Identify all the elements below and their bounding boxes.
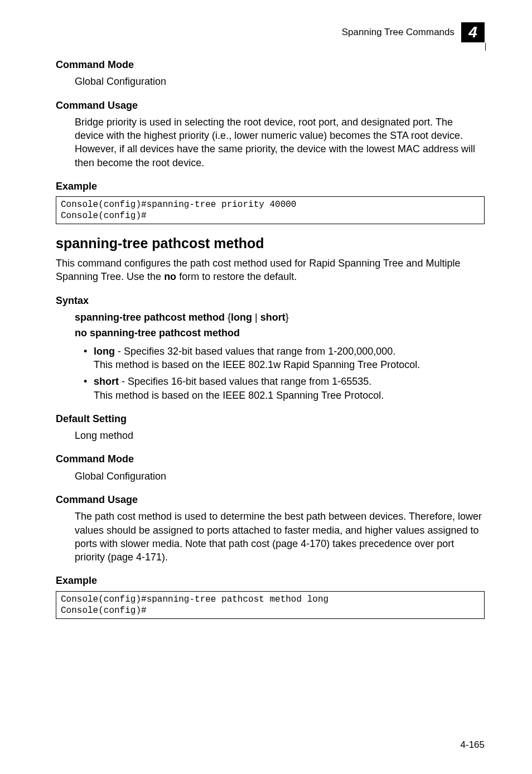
command-mode-heading: Command Mode bbox=[56, 58, 485, 71]
section-intro: This command configures the path cost me… bbox=[56, 257, 485, 284]
chapter-number-badge: 4 bbox=[461, 22, 485, 42]
syntax-heading: Syntax bbox=[56, 294, 485, 307]
example-heading-2: Example bbox=[56, 574, 485, 587]
example-code-block: Console(config)#spanning-tree priority 4… bbox=[56, 196, 485, 224]
page-number: 4-165 bbox=[461, 739, 485, 752]
syntax-bullet-list: long - Specifies 32-bit based values tha… bbox=[56, 345, 485, 402]
command-mode-body-2: Global Configuration bbox=[75, 470, 485, 483]
list-item: short - Specifies 16-bit based values th… bbox=[84, 375, 485, 402]
command-usage-body: Bridge priority is used in selecting the… bbox=[75, 115, 485, 170]
list-item: long - Specifies 32-bit based values tha… bbox=[84, 345, 485, 372]
command-mode-heading-2: Command Mode bbox=[56, 452, 485, 466]
command-usage-heading-2: Command Usage bbox=[56, 493, 485, 506]
section-title: spanning-tree pathcost method bbox=[56, 234, 485, 253]
syntax-line-1: spanning-tree pathcost method {long | sh… bbox=[75, 311, 485, 324]
command-usage-heading: Command Usage bbox=[56, 99, 485, 112]
default-setting-body: Long method bbox=[75, 429, 485, 442]
syntax-line-2: no spanning-tree pathcost method bbox=[75, 326, 485, 340]
example-heading: Example bbox=[56, 180, 485, 193]
header-section-text: Spanning Tree Commands bbox=[342, 26, 454, 39]
command-mode-body: Global Configuration bbox=[75, 75, 485, 88]
example-code-block-2: Console(config)#spanning-tree pathcost m… bbox=[56, 591, 485, 619]
default-setting-heading: Default Setting bbox=[56, 412, 485, 425]
command-usage-body-2: The path cost method is used to determin… bbox=[75, 510, 485, 564]
header-rule-decoration bbox=[485, 43, 489, 51]
page-header: Spanning Tree Commands 4 bbox=[56, 22, 485, 42]
